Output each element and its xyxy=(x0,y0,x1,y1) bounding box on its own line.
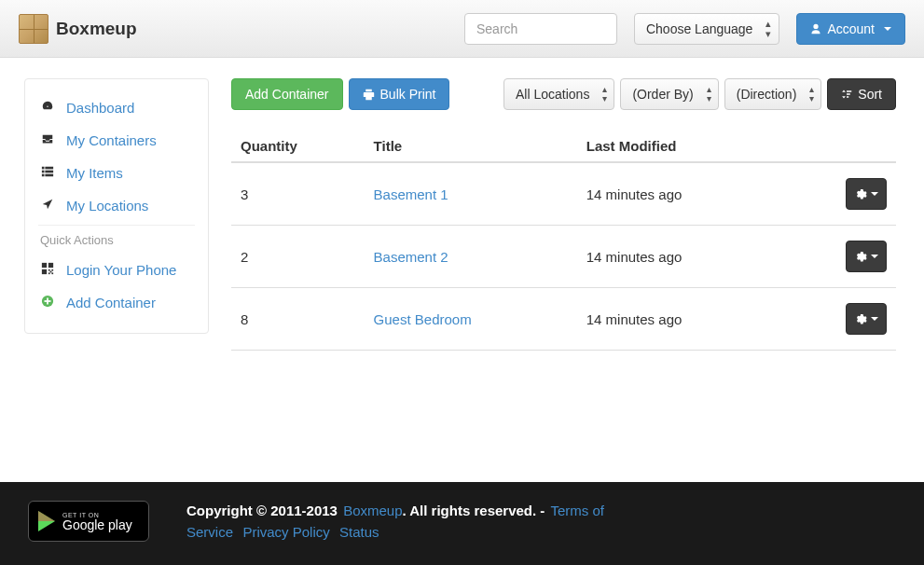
add-container-button[interactable]: Add Container xyxy=(231,78,343,110)
caret-down-icon xyxy=(884,27,891,31)
gear-icon xyxy=(855,188,867,200)
account-button-label: Account xyxy=(827,21,875,36)
cell-modified: 14 minutes ago xyxy=(577,226,817,288)
select-label: (Order By) xyxy=(632,87,693,102)
svg-rect-2 xyxy=(42,171,45,173)
bulk-print-button[interactable]: Bulk Print xyxy=(349,78,450,110)
cell-title: Basement 2 xyxy=(365,226,577,288)
sidebar: Dashboard My Containers My Items My Loca… xyxy=(24,78,209,334)
location-arrow-icon xyxy=(40,198,55,214)
containers-table: Quantity Title Last Modified 3Basement 1… xyxy=(231,131,896,351)
toolbar: Add Container Bulk Print All Locations ▴… xyxy=(231,78,896,110)
brand-name: Boxmeup xyxy=(56,19,137,39)
caret-down-icon xyxy=(871,192,878,196)
cell-quantity: 8 xyxy=(231,288,365,351)
svg-rect-8 xyxy=(42,269,47,274)
box-logo-icon xyxy=(19,14,48,44)
button-label: Add Container xyxy=(245,87,329,102)
svg-rect-3 xyxy=(45,171,53,173)
user-icon xyxy=(810,23,821,34)
sidebar-item-containers[interactable]: My Containers xyxy=(25,125,208,158)
svg-rect-4 xyxy=(42,174,45,177)
cell-title: Basement 1 xyxy=(365,162,577,226)
svg-rect-6 xyxy=(42,263,47,268)
list-icon xyxy=(40,165,55,181)
col-title: Title xyxy=(365,131,577,162)
footer-text: Copyright © 2011-2013 Boxmeup. All right… xyxy=(186,501,690,543)
filter-location-select[interactable]: All Locations ▴▾ xyxy=(503,78,614,110)
updown-caret-icon: ▴▾ xyxy=(809,85,814,103)
col-modified: Last Modified xyxy=(577,131,817,162)
row-actions-button[interactable] xyxy=(846,241,887,272)
footer-brand-link[interactable]: Boxmeup xyxy=(343,503,402,518)
sidebar-item-label: My Containers xyxy=(66,132,157,148)
sidebar-item-dashboard[interactable]: Dashboard xyxy=(25,92,208,125)
sidebar-item-label: My Items xyxy=(66,165,123,181)
caret-down-icon xyxy=(871,317,878,321)
sort-button[interactable]: Sort xyxy=(827,78,896,110)
brand[interactable]: Boxmeup xyxy=(19,14,137,44)
navbar: Boxmeup Choose Language ▴▾ Account xyxy=(0,0,924,58)
svg-rect-16 xyxy=(45,300,51,302)
sidebar-item-locations[interactable]: My Locations xyxy=(25,190,208,223)
cell-modified: 14 minutes ago xyxy=(577,162,817,226)
svg-rect-5 xyxy=(45,174,53,177)
inbox-icon xyxy=(40,132,55,148)
button-label: Sort xyxy=(858,87,882,102)
svg-rect-7 xyxy=(48,263,53,268)
row-actions-button[interactable] xyxy=(846,178,887,210)
table-row: 2Basement 214 minutes ago xyxy=(231,226,896,288)
main-content: Add Container Bulk Print All Locations ▴… xyxy=(231,78,896,445)
cell-actions xyxy=(816,162,896,226)
row-actions-button[interactable] xyxy=(846,303,887,335)
footer-status-link[interactable]: Status xyxy=(339,524,379,540)
sidebar-quick-header: Quick Actions xyxy=(25,229,208,255)
svg-rect-13 xyxy=(51,272,53,274)
print-icon xyxy=(363,89,375,101)
filter-direction-select[interactable]: (Direction) ▴▾ xyxy=(724,78,822,110)
cell-title: Guest Bedroom xyxy=(365,288,577,351)
cell-actions xyxy=(816,226,896,288)
sidebar-item-label: Add Container xyxy=(66,295,156,310)
gear-icon xyxy=(855,251,867,263)
cell-quantity: 2 xyxy=(231,226,365,288)
table-row: 3Basement 114 minutes ago xyxy=(231,162,896,226)
container-title-link[interactable]: Guest Bedroom xyxy=(374,311,472,327)
cell-quantity: 3 xyxy=(231,162,365,226)
svg-rect-11 xyxy=(50,271,52,273)
cell-modified: 14 minutes ago xyxy=(577,288,817,351)
svg-rect-12 xyxy=(48,272,50,274)
sort-icon xyxy=(841,89,852,100)
sidebar-item-items[interactable]: My Items xyxy=(25,158,208,190)
google-play-badge[interactable]: GET IT ON Google play xyxy=(28,501,149,542)
sidebar-item-label: My Locations xyxy=(66,198,148,214)
sidebar-item-login-phone[interactable]: Login Your Phone xyxy=(25,255,208,287)
language-selector-label: Choose Language xyxy=(646,21,752,36)
container-title-link[interactable]: Basement 1 xyxy=(374,186,448,202)
copyright-suffix: . All rights reserved. - xyxy=(403,503,549,518)
footer-privacy-link[interactable]: Privacy Policy xyxy=(242,524,329,540)
language-selector[interactable]: Choose Language ▴▾ xyxy=(634,13,779,45)
cell-actions xyxy=(816,288,896,351)
plus-circle-icon xyxy=(40,295,55,310)
account-button[interactable]: Account xyxy=(796,13,905,45)
table-row: 8Guest Bedroom14 minutes ago xyxy=(231,288,896,351)
dashboard-icon xyxy=(40,100,55,116)
select-label: (Direction) xyxy=(737,87,797,102)
button-label: Bulk Print xyxy=(380,87,436,102)
svg-rect-1 xyxy=(45,167,53,170)
sidebar-item-add-container[interactable]: Add Container xyxy=(25,287,208,320)
col-actions xyxy=(816,131,896,162)
caret-down-icon xyxy=(871,255,878,258)
svg-rect-9 xyxy=(48,269,50,271)
gear-icon xyxy=(855,313,867,325)
updown-caret-icon: ▴▾ xyxy=(707,85,711,103)
col-quantity: Quantity xyxy=(231,131,365,162)
updown-caret-icon: ▴▾ xyxy=(765,19,771,39)
container-title-link[interactable]: Basement 2 xyxy=(374,249,448,265)
filter-order-select[interactable]: (Order By) ▴▾ xyxy=(620,78,718,110)
svg-rect-10 xyxy=(51,269,53,271)
qrcode-icon xyxy=(40,262,55,278)
updown-caret-icon: ▴▾ xyxy=(602,85,607,103)
search-input[interactable] xyxy=(464,13,617,45)
